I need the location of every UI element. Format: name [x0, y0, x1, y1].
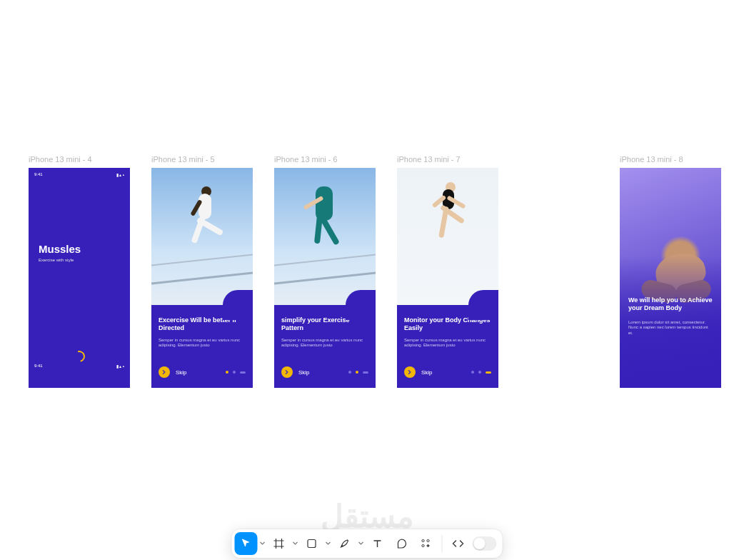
skip-label[interactable]: Skip: [176, 369, 187, 376]
dev-mode-button[interactable]: [447, 532, 470, 555]
text-tool-button[interactable]: [366, 532, 389, 555]
hero-image: [151, 168, 253, 311]
dot: [233, 371, 236, 374]
svg-point-1: [342, 545, 343, 546]
onboarding-card: simplify your Exercise Pattern Semper in…: [274, 305, 376, 388]
phone-frame-5[interactable]: Excercise Will be better if Directed Sem…: [151, 168, 253, 388]
page-dots: [226, 371, 246, 374]
frame-block-5[interactable]: iPhone 13 mini - 5 Excercise Will be bet…: [151, 156, 253, 388]
dot: [478, 371, 481, 374]
chevron-down-icon: [260, 541, 266, 546]
frame-label[interactable]: iPhone 13 mini - 8: [620, 156, 721, 164]
shape-tool-button[interactable]: [301, 532, 323, 555]
card-title: Monitor your Body Changes Easily: [404, 316, 491, 332]
phone-frame-8[interactable]: We will help you to Achieve your Dream B…: [620, 168, 721, 388]
frame-block-6[interactable]: iPhone 13 mini - 6 simplify your Exercis…: [274, 156, 376, 388]
skip-button[interactable]: [159, 366, 170, 378]
frame-label[interactable]: iPhone 13 mini - 6: [274, 156, 376, 164]
frame-block-8[interactable]: iPhone 13 mini - 8 We will help you to A…: [620, 156, 721, 388]
phone-frame-7[interactable]: Monitor your Body Changes Easily Semper …: [397, 168, 498, 388]
card-body: Semper in cursus magna et eu varius nunc…: [281, 338, 368, 349]
phone-frame-6[interactable]: simplify your Exercise Pattern Semper in…: [274, 168, 376, 388]
text-icon: [372, 538, 383, 549]
dot: [363, 371, 368, 374]
comment-icon: [396, 538, 408, 549]
canvas-gap: [520, 156, 598, 388]
skip-label[interactable]: Skip: [298, 369, 310, 376]
pen-icon: [339, 538, 351, 549]
status-icons: ▮ ▴ ▪: [116, 364, 124, 369]
status-bar: 9:41 ▮ ▴ ▪: [29, 168, 130, 177]
dot: [471, 371, 474, 374]
frame-block-4[interactable]: iPhone 13 mini - 4 9:41 ▮ ▴ ▪ Mussles Ex…: [29, 156, 130, 388]
chevron-down-icon: [358, 541, 364, 546]
page-dots: [471, 371, 491, 374]
svg-point-2: [422, 539, 424, 541]
chevron-down-icon: [326, 541, 331, 546]
move-tool-button[interactable]: [235, 532, 258, 555]
overlay-gradient: [620, 168, 721, 388]
onboarding-card: Excercise Will be better if Directed Sem…: [151, 305, 253, 388]
shape-tool-chevron[interactable]: [325, 541, 332, 546]
figma-canvas[interactable]: iPhone 13 mini - 4 9:41 ▮ ▴ ▪ Mussles Ex…: [0, 156, 734, 388]
onboarding-card: Monitor your Body Changes Easily Semper …: [397, 305, 498, 388]
card-body: Semper in cursus magna et eu varius nunc…: [159, 338, 246, 349]
frame-icon: [273, 538, 285, 549]
dot-active: [486, 371, 491, 374]
chevron-right-icon: [161, 369, 167, 375]
headline: We will help you to Achieve your Dream B…: [628, 296, 713, 313]
card-title: simplify your Exercise Pattern: [281, 316, 368, 332]
app-title: Mussles: [29, 243, 130, 255]
frame-tool-chevron[interactable]: [292, 541, 299, 546]
dot: [240, 371, 246, 374]
actions-icon: [421, 538, 432, 549]
comment-tool-button[interactable]: [391, 532, 413, 555]
dot-active: [226, 371, 228, 374]
frame-label[interactable]: iPhone 13 mini - 4: [29, 156, 130, 164]
cursor-icon: [241, 538, 252, 549]
dot: [348, 371, 351, 374]
hero-image: [274, 168, 376, 311]
status-time: 9:41: [34, 364, 43, 369]
frame-block-7[interactable]: iPhone 13 mini - 7 Monitor your Body Cha…: [397, 156, 498, 388]
subhead: Lorem ipsum dolor sit amet, consectetur.…: [628, 320, 713, 336]
phone-frame-4[interactable]: 9:41 ▮ ▴ ▪ Mussles Exercise with style 9…: [29, 168, 130, 388]
chevron-right-icon: [407, 369, 413, 375]
card-title: Excercise Will be better if Directed: [159, 316, 246, 332]
dev-mode-icon: [452, 538, 465, 549]
status-icons: ▮ ▴ ▪: [116, 172, 124, 177]
skip-label[interactable]: Skip: [421, 369, 433, 376]
toolbar-separator: [442, 535, 443, 552]
frame-label[interactable]: iPhone 13 mini - 5: [151, 156, 253, 164]
skip-button[interactable]: [404, 366, 416, 378]
rectangle-icon: [306, 538, 318, 549]
hero-image: [397, 168, 498, 311]
chevron-right-icon: [284, 369, 290, 375]
page-dots: [348, 371, 368, 374]
skip-button[interactable]: [281, 366, 293, 378]
move-tool-chevron[interactable]: [259, 541, 266, 546]
app-subtitle: Exercise with style: [29, 258, 130, 262]
svg-rect-0: [308, 540, 316, 548]
svg-point-3: [427, 539, 429, 541]
card-body: Semper in cursus magna et eu varius nunc…: [404, 338, 491, 349]
chevron-down-icon: [293, 541, 298, 546]
status-time: 9:41: [34, 172, 43, 177]
pen-tool-button[interactable]: [333, 532, 356, 555]
dot-active: [356, 371, 358, 374]
dev-mode-toggle[interactable]: [473, 536, 497, 551]
frame-label[interactable]: iPhone 13 mini - 7: [397, 156, 498, 164]
frame-tool-button[interactable]: [268, 532, 291, 555]
actions-tool-button[interactable]: [415, 532, 438, 555]
svg-point-4: [422, 544, 424, 546]
figma-toolbar: [232, 529, 503, 558]
pen-tool-chevron[interactable]: [358, 541, 365, 546]
